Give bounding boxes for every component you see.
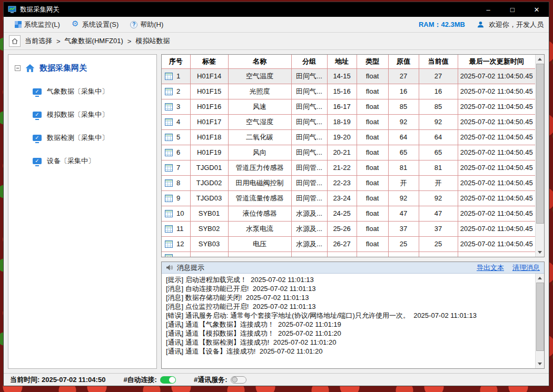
cell-text: 18-19 — [327, 114, 357, 129]
title-bar[interactable]: 数据采集网关 – □ ✕ — [4, 2, 549, 17]
cell-text: 8 — [176, 179, 180, 187]
table-row[interactable]: 11SYB02水泵电流水源及...25-26float37372025-07-0… — [162, 221, 535, 236]
cell-text: 空气湿度 — [228, 114, 291, 129]
cell-text: TJGD03 — [190, 190, 228, 206]
scroll-up-icon[interactable] — [536, 274, 544, 283]
ram-indicator: RAM：42.3MB — [419, 20, 465, 29]
menu-item-settings[interactable]: 系统设置(S) — [66, 17, 124, 33]
column-header[interactable]: 最后一次更新时间 — [458, 55, 535, 68]
scroll-up-icon[interactable] — [536, 55, 545, 64]
table-row[interactable]: 6H01F19风向田间气...20-21float65652025-07-02 … — [162, 145, 535, 160]
column-header[interactable]: 地址 — [327, 55, 357, 68]
cell-text: 9 — [176, 194, 180, 202]
cell-text: 风速 — [228, 99, 291, 114]
table-scrollbar-thumb[interactable] — [536, 64, 544, 224]
column-header[interactable]: 类型 — [357, 55, 388, 68]
message-line: [消息] 点位监控功能已开启! 2025-07-02 11:01:13 — [166, 302, 531, 311]
auto-connect-toggle[interactable] — [160, 376, 176, 384]
cell-text: 电压 — [228, 236, 291, 252]
user-icon — [477, 21, 485, 28]
minimize-button[interactable]: – — [476, 2, 500, 17]
scroll-down-icon[interactable] — [536, 359, 544, 368]
breadcrumb-part[interactable]: 气象数据(HMFZ01) — [65, 36, 123, 46]
tree-item[interactable]: 模拟数据〔采集中〕 — [8, 110, 156, 119]
cell-text: 田间气... — [291, 84, 327, 99]
home-icon[interactable] — [9, 35, 21, 47]
tree-root[interactable]: 数据采集网关 — [8, 63, 156, 73]
window-controls: – □ ✕ — [476, 2, 549, 17]
close-button[interactable]: ✕ — [525, 2, 549, 17]
table-scrollbar[interactable] — [535, 55, 544, 257]
table-row[interactable]: 8TJGD02田用电磁阀控制田间管...22-23float开开2025-07-… — [162, 175, 535, 190]
tree-item[interactable]: 设备〔采集中〕 — [8, 156, 156, 166]
cell-text: float — [357, 145, 388, 160]
cell-text: 22-23 — [327, 175, 357, 190]
current-time: 当前时间: 2025-07-02 11:04:50 — [10, 375, 105, 385]
icon-monitor — [15, 21, 22, 28]
column-header[interactable]: 当前值 — [419, 55, 458, 68]
gateway-icon — [24, 63, 36, 73]
clear-messages-link[interactable]: 清理消息 — [512, 263, 540, 273]
row-grid-icon — [165, 164, 173, 172]
cell-text: 92 — [419, 190, 458, 206]
collapse-icon[interactable] — [15, 65, 21, 71]
column-header[interactable]: 标签 — [190, 55, 228, 68]
export-text-link[interactable]: 导出文本 — [477, 263, 504, 273]
table-row[interactable]: 2H01F15光照度田间气...15-16float16162025-07-02… — [162, 84, 535, 99]
column-header[interactable]: 名称 — [228, 55, 291, 68]
comm-service-toggle[interactable] — [231, 376, 246, 384]
cell-text: 5 — [176, 133, 180, 141]
table-row[interactable]: 10SYB01液位传感器水源及...24-25float47472025-07-… — [162, 206, 535, 221]
cell-text: 25-26 — [327, 221, 357, 236]
cell-text: 37 — [388, 221, 419, 236]
cell-text: float — [357, 114, 388, 129]
breadcrumb-part: 当前选择 — [25, 36, 52, 46]
cell-text: 24-25 — [327, 206, 357, 221]
message-line: [错误] 通讯服务启动: 通常每个套接字地址(协议/网络地址/端口)只允许使用一… — [166, 311, 531, 320]
table-row[interactable]: 1H01F14空气温度田间气...14-15float27272025-07-0… — [162, 68, 535, 84]
cell-text: float — [357, 206, 388, 221]
points-table: 序号标签名称分组地址类型原值当前值最后一次更新时间 1H01F14空气温度田间气… — [162, 55, 535, 257]
cell-text: SYB03 — [190, 236, 228, 252]
cell-text: 2025-07-02 11:04:50.45 — [458, 68, 535, 84]
table-row[interactable]: 5H01F18二氧化碳田间气...19-20float64642025-07-0… — [162, 129, 535, 145]
cell-text: 空气温度 — [228, 68, 291, 84]
table-row[interactable]: 4H01F17空气湿度田间气...18-19float92922025-07-0… — [162, 114, 535, 129]
column-header[interactable]: 序号 — [162, 55, 190, 68]
cell-text: 光照度 — [228, 84, 291, 99]
tree-item[interactable]: 数据检测〔采集中〕 — [8, 133, 156, 143]
tree-item-label: 数据检测〔采集中〕 — [47, 133, 108, 143]
cell-text: 92 — [388, 190, 419, 206]
icon-help — [130, 21, 137, 28]
cell-text: 二氧化碳 — [228, 129, 291, 145]
message-scrollbar-thumb[interactable] — [536, 283, 544, 351]
menu-item-monitor[interactable]: 系统监控(L) — [9, 17, 66, 33]
app-icon — [8, 5, 16, 14]
message-scrollbar[interactable] — [535, 274, 544, 368]
cell-text: 管道压力传感器 — [228, 160, 291, 175]
window-title: 数据采集网关 — [20, 5, 60, 14]
scroll-down-icon[interactable] — [536, 248, 545, 257]
cell-text: H01F14 — [190, 68, 228, 84]
table-row[interactable]: 12SYB03电压水源及...26-27float25252025-07-02 … — [162, 236, 535, 252]
table-row[interactable]: 9TJGD03管道流量传感器田间管...23-24float92922025-0… — [162, 190, 535, 206]
table-row[interactable]: 7TJGD01管道压力传感器田间管...21-22float81812025-0… — [162, 160, 535, 175]
tree-root-label: 数据采集网关 — [39, 63, 87, 73]
cell-text: 25 — [419, 236, 458, 252]
table-row[interactable] — [162, 252, 535, 257]
cell-text: 田间管... — [291, 175, 327, 190]
menu-item-help[interactable]: 帮助(H) — [124, 17, 169, 33]
column-header[interactable]: 原值 — [388, 55, 419, 68]
status-bar: 当前时间: 2025-07-02 11:04:50 #自动连接: #通讯服务: — [4, 373, 549, 386]
tree-item[interactable]: 气象数据〔采集中〕 — [8, 87, 156, 96]
cell-text: 水源及... — [291, 221, 327, 236]
right-column: 序号标签名称分组地址类型原值当前值最后一次更新时间 1H01F14空气温度田间气… — [161, 54, 545, 369]
maximize-button[interactable]: □ — [500, 2, 525, 17]
cell-text: 2025-07-02 11:04:50.45 — [458, 190, 535, 206]
cell-text: 25 — [388, 236, 419, 252]
cell-text: 2025-07-02 11:04:50.45 — [458, 129, 535, 145]
row-grid-icon — [165, 210, 173, 217]
breadcrumb-part[interactable]: 模拟站数据 — [135, 36, 170, 46]
column-header[interactable]: 分组 — [291, 55, 327, 68]
table-row[interactable]: 3H01F16风速田间气...16-17float85852025-07-02 … — [162, 99, 535, 114]
